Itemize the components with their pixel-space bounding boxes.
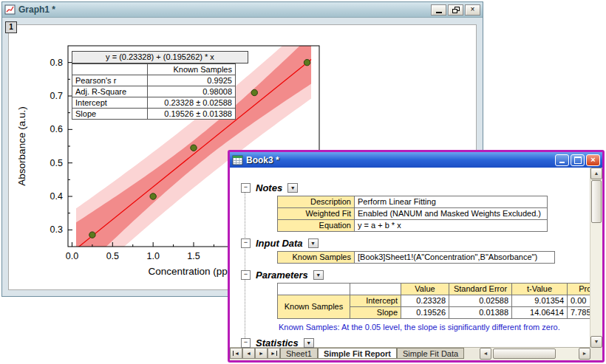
table-row: Equation y = a + b * x [278,220,548,232]
book-window-title: Book3 * [246,155,279,165]
table-row: Known Samples Intercept 0.23328 0.02588 … [278,295,591,307]
fit-row-value: 0.98008 [148,86,236,97]
collapse-icon[interactable]: − [241,183,251,193]
arrow-right-icon: ► [259,348,264,358]
tab-simple-fit-data[interactable]: Simple Fit Data [397,348,464,359]
table-row: Slope 0.19526 ± 0.01388 [72,109,236,120]
scroll-up-button[interactable]: ▲ [590,168,602,179]
maximize-button[interactable] [571,154,585,166]
arrow-left-icon: ◄ [234,348,239,358]
notes-dropdown-button[interactable]: ▼ [287,183,298,193]
table-row: Weighted Fit Enabled (NANUM and Masked W… [278,208,548,220]
tab-simple-fit-report[interactable]: Simple Fit Report [318,348,397,359]
svg-text:Concentration (ppm): Concentration (ppm) [148,266,239,277]
horizontal-scrollbar-thumb[interactable] [493,348,556,359]
tab-scroll-next-button[interactable]: ► [255,348,268,359]
chevron-down-icon: ▼ [316,272,321,278]
col-header: Standard Error [449,284,512,295]
tab-scroll-prev-button[interactable]: ◄ [242,348,255,359]
section-title: Parameters [256,269,308,281]
graph-window-title: Graph1 * [18,4,55,15]
book-window-titlebar[interactable]: Book3 * × [230,152,602,168]
scroll-left-button[interactable]: ◄ [480,348,491,360]
book-content-area: − Notes ▼ Description Perform Linear Fit… [230,168,602,360]
row-value: Perform Linear Fitting [355,196,548,208]
cell-value: 0.02588 [449,295,512,307]
svg-text:Absorbance (a.u.): Absorbance (a.u.) [16,106,27,185]
minimize-button[interactable] [555,154,569,166]
tab-sheet1[interactable]: Sheet1 [280,348,318,359]
collapse-icon[interactable]: − [241,238,251,248]
arrow-left-icon: ◄ [246,348,251,358]
chevron-down-icon: ▼ [290,185,296,190]
close-button[interactable]: × [586,154,600,166]
restore-icon [452,7,460,13]
cell-value: 14.06414 [512,307,568,319]
collapse-icon[interactable]: − [241,270,251,280]
arrow-left-icon: ◄ [483,351,488,356]
tab-scroll-first-button[interactable]: ◄ [230,348,242,359]
desktop: Graph1 * × 1 0.00.51.01.52.02.53.00.30.4… [0,0,606,364]
table-row: Description Perform Linear Fitting [278,196,548,208]
statistics-dropdown-button[interactable]: ▼ [304,338,314,348]
input-data-table[interactable]: Known Samples [Book3]Sheet1!(A"Concentra… [277,251,555,264]
fit-table-corner [72,64,148,75]
scroll-down-button[interactable]: ▼ [590,336,602,348]
scroll-right-button[interactable]: ► [579,348,590,360]
cell-value: 0.00 [568,295,591,307]
graph-window-titlebar[interactable]: Graph1 * × [2,2,483,18]
collapse-icon[interactable]: − [241,338,251,348]
row-value: y = a + b * x [355,220,548,232]
svg-text:0.5: 0.5 [106,251,119,261]
cell-value: 7.78543 [568,307,591,319]
table-row: Adj. R-Square 0.98008 [72,86,236,97]
col-header: Prob> [568,284,591,295]
fit-row-value: 0.9925 [148,75,236,86]
svg-text:0.6: 0.6 [50,124,63,134]
fit-row-value: 0.19526 ± 0.01388 [148,109,236,120]
tab-scroll-last-button[interactable]: ► [268,348,280,359]
fit-results-table[interactable]: Known Samples Pearson's r 0.9925 Adj. R-… [72,63,236,120]
svg-text:0.7: 0.7 [50,91,63,101]
svg-text:0.5: 0.5 [50,158,63,168]
section-statistics-header: − Statistics ▼ [241,337,590,348]
arrow-right-icon: ► [270,348,276,358]
empty-header-cell [278,284,350,295]
close-button[interactable]: × [465,4,480,16]
report-pane[interactable]: − Notes ▼ Description Perform Linear Fit… [231,168,590,348]
equation-label[interactable]: y = (0.23328) + (0.195262) * x [72,51,248,63]
cell-value: 0.01388 [449,307,512,319]
vertical-scrollbar-thumb[interactable] [591,180,602,223]
horizontal-scroll-track[interactable] [491,348,579,360]
cell-value: 0.19526 [401,307,449,319]
svg-text:0.4: 0.4 [50,191,63,202]
fit-table-header: Known Samples [148,64,236,75]
fit-row-value: 0.23328 ± 0.02588 [148,97,236,109]
row-value: Enabled (NANUM and Masked Weights Exclud… [355,208,548,220]
section-notes-header: − Notes ▼ [241,182,590,193]
input-data-dropdown-button[interactable]: ▼ [308,238,319,248]
horizontal-scrollbar[interactable]: ◄ ► [480,348,590,360]
parameters-dropdown-button[interactable]: ▼ [313,270,324,280]
row-label: Known Samples [278,252,355,264]
empty-header-cell [350,284,401,295]
notes-table[interactable]: Description Perform Linear Fitting Weigh… [277,196,548,232]
table-row: Known Samples [Book3]Sheet1!(A"Concentra… [278,252,555,264]
minimize-icon [436,12,442,13]
layer-1-button[interactable]: 1 [5,21,17,33]
section-title: Statistics [256,337,299,348]
restore-button[interactable] [448,4,463,16]
row-label: Intercept [350,295,401,307]
svg-text:0.0: 0.0 [66,251,78,261]
table-row: Intercept 0.23328 ± 0.02588 [72,97,236,109]
vertical-scrollbar[interactable]: ▲ ▼ [590,168,602,348]
cell-value: 9.01354 [512,295,568,307]
arrow-up-icon: ▲ [594,171,599,176]
table-header-row: Value Standard Error t-Value Prob> [278,284,591,295]
col-header: t-Value [512,284,568,295]
parameters-table[interactable]: Value Standard Error t-Value Prob> Known… [277,283,590,319]
scrollbar-corner [590,348,602,360]
book-window: Book3 * × − Notes ▼ Description Perform [228,150,605,363]
svg-text:1.5: 1.5 [187,251,200,261]
minimize-button[interactable] [431,4,446,16]
